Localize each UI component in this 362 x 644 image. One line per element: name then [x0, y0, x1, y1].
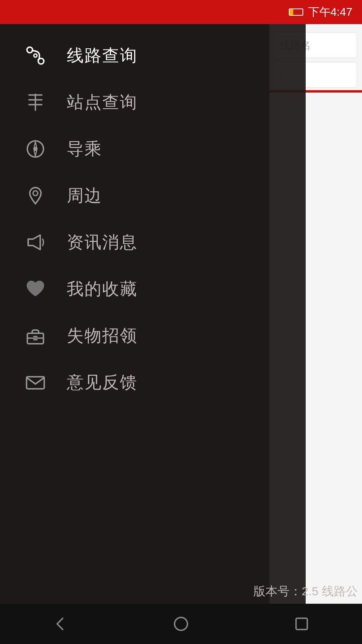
- station-icon: [24, 91, 47, 114]
- nav-item-news[interactable]: 资讯消息: [0, 219, 306, 266]
- megaphone-icon: [24, 231, 47, 254]
- nav-label-news: 资讯消息: [67, 231, 138, 254]
- back-button[interactable]: [44, 612, 76, 636]
- nav-menu: 线路查询 站点查询: [0, 24, 306, 414]
- briefcase-icon: [24, 324, 47, 347]
- recent-apps-button[interactable]: [286, 612, 318, 636]
- battery-icon: [289, 8, 303, 16]
- svg-point-17: [175, 617, 187, 630]
- status-bar: 下午4:47: [0, 0, 362, 24]
- battery-body: [289, 8, 303, 16]
- version-suffix: 线路公: [322, 584, 358, 598]
- nav-item-route-query[interactable]: 线路查询: [0, 32, 306, 79]
- nav-label-favorites: 我的收藏: [67, 278, 138, 300]
- nav-item-station-query[interactable]: 站点查询: [0, 79, 306, 126]
- nav-label-station-query: 站点查询: [67, 91, 138, 114]
- svg-rect-18: [296, 618, 307, 630]
- location-icon: [24, 184, 47, 207]
- heart-icon: [24, 278, 47, 300]
- svg-point-2: [34, 54, 37, 57]
- nav-item-lost-found[interactable]: 失物招领: [0, 312, 306, 359]
- svg-rect-16: [27, 377, 44, 389]
- nav-label-nearby: 周边: [67, 184, 102, 207]
- nav-item-nearby[interactable]: 周边: [0, 172, 306, 219]
- nav-label-navigation: 导乘: [67, 138, 102, 160]
- nav-label-route-query: 线路查询: [67, 44, 138, 67]
- nav-label-feedback: 意见反馈: [67, 371, 138, 394]
- bottom-nav-bar: [0, 604, 362, 644]
- nav-item-favorites[interactable]: 我的收藏: [0, 266, 306, 312]
- mail-icon: [24, 371, 47, 394]
- nav-item-navigation[interactable]: 导乘: [0, 126, 306, 172]
- version-bar: 版本号：2.5 线路公: [0, 583, 362, 600]
- svg-point-0: [27, 47, 33, 53]
- version-label: 版本号：2.5: [253, 584, 319, 598]
- route-icon: [24, 44, 47, 67]
- nav-label-lost-found: 失物招领: [67, 324, 138, 347]
- svg-marker-10: [28, 235, 40, 250]
- home-button[interactable]: [165, 612, 197, 636]
- svg-point-9: [33, 191, 38, 196]
- nav-item-feedback[interactable]: 意见反馈: [0, 359, 306, 406]
- drawer-overlay: 线路查询 站点查询: [0, 24, 306, 620]
- compass-icon: [24, 138, 47, 160]
- status-time: 下午4:47: [308, 4, 353, 20]
- version-text: 版本号：2.5 线路公: [253, 583, 358, 600]
- battery-fill: [290, 9, 294, 15]
